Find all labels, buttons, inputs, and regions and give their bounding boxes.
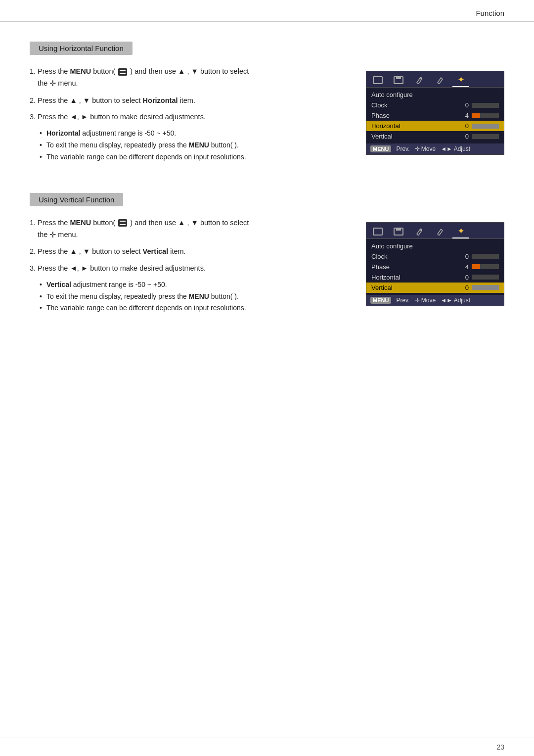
- page-number: 23: [496, 743, 504, 751]
- osd-bar-v-phase: [472, 264, 499, 269]
- osd-row-h-horizontal: Horizontal 0: [366, 121, 504, 131]
- vertical-bullets: Vertical adjustment range is -50 ~ +50. …: [40, 279, 346, 314]
- osd-footer-adjust-v: ◄► Adjust: [441, 297, 470, 304]
- osd-bar-h-horizontal: [472, 124, 499, 129]
- osd-row-v-clock: Clock 0: [366, 251, 504, 262]
- page-header: Function: [0, 0, 534, 22]
- osd-bar-h-vertical: [472, 134, 499, 139]
- horizontal-bullets: Horizontal adjustment range is -50 ~ +50…: [40, 128, 346, 163]
- vertical-osd-footer: MENU Prev. ✛ Move ◄► Adjust: [366, 295, 504, 306]
- osd-bar-h-clock: [472, 103, 499, 108]
- osd-tab-v-2[interactable]: [390, 225, 407, 238]
- vertical-osd-rows: Auto configure Clock 0 Phase 4 Horizonta…: [366, 239, 504, 295]
- osd-tab-v-4[interactable]: [432, 225, 448, 238]
- osd-footer-prev-v: Prev.: [396, 297, 409, 304]
- osd-bar-v-horizontal: [472, 275, 499, 280]
- horizontal-section-title: Using Horizontal Function: [30, 42, 133, 55]
- horizontal-bullet-1: Horizontal adjustment range is -50 ~ +50…: [40, 128, 346, 140]
- vertical-bullet-2: To exit the menu display, repeatedly pre…: [40, 291, 346, 303]
- vertical-osd-panel: ✦ Auto configure Clock 0 Phase 4: [366, 222, 504, 306]
- osd-tab-v-5[interactable]: ✦: [452, 225, 469, 238]
- vertical-bold-v2: Vertical: [143, 247, 169, 255]
- osd-footer-move-v: ✛ Move: [415, 297, 436, 304]
- osd-row-v-horizontal: Horizontal 0: [366, 272, 504, 283]
- menu-icon-v1: [118, 219, 127, 227]
- osd-tab-v-3[interactable]: [411, 225, 428, 238]
- osd-row-v-vertical: Vertical 0: [366, 283, 504, 293]
- osd-footer-prev-h: Prev.: [396, 145, 409, 152]
- osd-tab-h-2[interactable]: [390, 73, 407, 87]
- osd-footer-menu-badge-h: MENU: [370, 145, 391, 152]
- osd-row-v-phase: Phase 4: [366, 262, 504, 272]
- osd-bar-v-clock: [472, 254, 499, 259]
- svg-rect-0: [373, 77, 382, 84]
- horizontal-bullet-3: The variable range can be different depe…: [40, 151, 346, 163]
- osd-footer-menu-badge-v: MENU: [370, 297, 391, 304]
- osd-row-h-vertical: Vertical 0: [366, 131, 504, 142]
- horizontal-step-1: 1. Press the MENU button( ) and then use…: [30, 66, 346, 90]
- vertical-section: Using Vertical Function 1. Press the MEN…: [30, 193, 504, 315]
- horizontal-section: Using Horizontal Function 1. Press the M…: [30, 42, 504, 163]
- menu-bold-h1: MENU: [70, 67, 91, 75]
- osd-tab-h-3[interactable]: [411, 73, 428, 87]
- menu-bold-v1: MENU: [70, 219, 91, 227]
- section-label: Function: [476, 9, 504, 17]
- vertical-step-3: 3. Press the ◄, ► button to make desired…: [30, 263, 346, 274]
- osd-bar-v-vertical: [472, 285, 499, 290]
- osd-bar-h-phase: [472, 113, 499, 118]
- horizontal-step-2: 2. Press the ▲ , ▼ button to select Hori…: [30, 95, 346, 106]
- svg-rect-4: [373, 228, 382, 235]
- horizontal-osd-panel: ✦ Auto configure Clock 0 Phase 4: [366, 71, 504, 155]
- horizontal-steps-area: 1. Press the MENU button( ) and then use…: [30, 66, 504, 163]
- vertical-steps-area: 1. Press the MENU button( ) and then use…: [30, 217, 504, 315]
- horizontal-bullet-2: To exit the menu display, repeatedly pre…: [40, 140, 346, 151]
- vertical-osd-tabs: ✦: [366, 223, 504, 239]
- osd-tab-h-4[interactable]: [432, 73, 448, 87]
- osd-row-h-autoconfigure: Auto configure: [366, 90, 504, 100]
- osd-footer-move-h: ✛ Move: [415, 145, 436, 152]
- osd-footer-adjust-h: ◄► Adjust: [441, 145, 470, 152]
- svg-rect-6: [396, 228, 401, 231]
- move-icon-v1: ✛: [49, 229, 56, 241]
- vertical-bullet-3: The variable range can be different depe…: [40, 302, 346, 314]
- vertical-step-1: 1. Press the MENU button( ) and then use…: [30, 217, 346, 241]
- osd-row-h-clock: Clock 0: [366, 100, 504, 110]
- horizontal-osd-rows: Auto configure Clock 0 Phase 4 Horizonta…: [366, 88, 504, 143]
- horizontal-step-3: 3. Press the ◄, ► button to make desired…: [30, 111, 346, 123]
- page-footer: 23: [0, 738, 534, 756]
- page-content: Using Horizontal Function 1. Press the M…: [0, 22, 534, 364]
- osd-row-v-autoconfigure: Auto configure: [366, 241, 504, 251]
- vertical-section-title: Using Vertical Function: [30, 193, 123, 206]
- vertical-steps-text: 1. Press the MENU button( ) and then use…: [30, 217, 346, 315]
- osd-tab-h-5[interactable]: ✦: [452, 73, 469, 87]
- horizontal-steps-text: 1. Press the MENU button( ) and then use…: [30, 66, 346, 163]
- osd-row-h-phase: Phase 4: [366, 110, 504, 121]
- vertical-step-2: 2. Press the ▲ , ▼ button to select Vert…: [30, 246, 346, 257]
- menu-icon-h1: [118, 68, 127, 76]
- horizontal-osd-tabs: ✦: [366, 71, 504, 88]
- horizontal-bold-h2: Horizontal: [143, 96, 178, 104]
- osd-tab-v-1[interactable]: [369, 225, 386, 238]
- osd-tab-h-1[interactable]: [369, 73, 386, 87]
- horizontal-osd-footer: MENU Prev. ✛ Move ◄► Adjust: [366, 143, 504, 154]
- svg-rect-2: [396, 77, 401, 79]
- move-icon-h1: ✛: [49, 77, 56, 90]
- vertical-bullet-1: Vertical adjustment range is -50 ~ +50.: [40, 279, 346, 291]
